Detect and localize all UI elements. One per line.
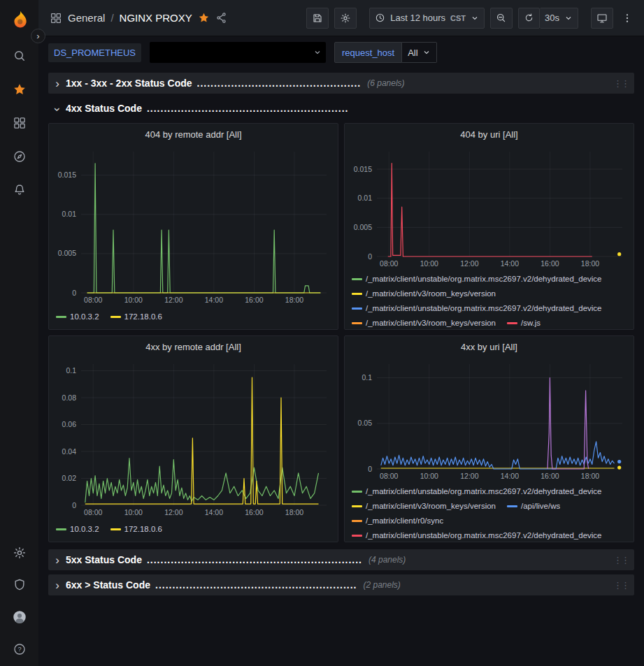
row-5xx-status-code[interactable]: › 5xx Status Code ......................… [48, 549, 634, 570]
legend-item[interactable]: /_matrix/client/unstable/org.matrix.msc2… [352, 301, 602, 316]
legend-swatch [352, 307, 362, 310]
row-4xx-status-code[interactable]: › 4xx Status Code ......................… [48, 98, 634, 119]
sidebar-expand-button[interactable]: › [31, 29, 45, 43]
time-range-label: Last 12 hours [390, 13, 445, 23]
legend-item[interactable]: 10.0.3.2 [56, 521, 99, 537]
sidebar-item-alerting[interactable] [13, 183, 27, 197]
svg-text:14:00: 14:00 [205, 296, 223, 304]
legend-swatch [352, 278, 362, 280]
legend-label: 172.18.0.6 [124, 522, 162, 537]
shield-icon [13, 578, 27, 592]
row-drag-handle[interactable]: ⋮⋮ [613, 580, 629, 591]
legend-swatch [56, 528, 66, 530]
legend-item[interactable]: 10.0.3.2 [56, 308, 99, 325]
dashboard-title[interactable]: NGINX PROXY [120, 12, 192, 24]
sidebar-item-help[interactable]: ? [13, 642, 27, 656]
row-panel-count: (6 panels) [367, 78, 404, 88]
legend-item[interactable]: /_matrix/client/unstable/org.matrix.msc2… [352, 484, 602, 499]
legend-label: /_matrix/client/v3/room_keys/version [366, 316, 496, 329]
panel-title[interactable]: 404 by remote addr [All] [49, 124, 338, 145]
legend-swatch [507, 322, 517, 324]
share-icon[interactable] [215, 12, 227, 24]
legend-item[interactable]: /_matrix/client/r0/sync [352, 514, 443, 528]
help-icon: ? [13, 642, 27, 656]
timeseries-chart-404-uri[interactable]: 00.0050.010.01508:0010:0012:0014:0016:00… [345, 145, 634, 270]
zoom-out-button[interactable] [490, 8, 513, 29]
variable-ds-prometheus-label[interactable]: DS_PROMETHEUS [48, 43, 141, 62]
svg-text:08:00: 08:00 [380, 472, 398, 480]
bell-icon [13, 183, 27, 197]
panel-title[interactable]: 4xx by remote addr [All] [49, 336, 338, 357]
timeseries-chart-4xx-remote-addr[interactable]: 00.020.040.060.080.108:0010:0012:0014:00… [49, 357, 338, 519]
svg-text:14:00: 14:00 [205, 508, 223, 516]
more-options-button[interactable] [619, 8, 636, 29]
row-drag-handle[interactable]: ⋮⋮ [613, 78, 629, 89]
timeseries-chart-404-remote-addr[interactable]: 00.0050.010.01508:0010:0012:0014:0016:00… [49, 145, 338, 307]
chart-legend: 10.0.3.2172.18.0.6 [49, 519, 338, 537]
row-title: 6xx > Status Code [66, 579, 150, 591]
time-range-picker[interactable]: Last 12 hours CST [369, 8, 485, 29]
svg-text:0.015: 0.015 [354, 165, 372, 173]
svg-text:0: 0 [72, 501, 76, 509]
zoom-out-icon [496, 13, 507, 24]
sidebar-top-group [13, 49, 27, 197]
row-6xx-status-code[interactable]: › 6xx > Status Code ....................… [48, 574, 634, 595]
request-host-value: All [408, 48, 417, 58]
row-drag-handle[interactable]: ⋮⋮ [613, 555, 629, 565]
breadcrumb-section[interactable]: General [68, 12, 105, 24]
svg-text:16:00: 16:00 [245, 508, 263, 516]
svg-text:0.02: 0.02 [62, 474, 77, 482]
sidebar-item-search[interactable] [13, 49, 27, 63]
legend-item[interactable]: /sw.js [507, 316, 541, 329]
row-title: 1xx - 3xx - 2xx Status Code [66, 78, 192, 89]
svg-text:18:00: 18:00 [285, 508, 303, 516]
svg-text:0.08: 0.08 [62, 393, 77, 402]
svg-text:16:00: 16:00 [245, 296, 263, 304]
svg-text:12:00: 12:00 [164, 296, 183, 304]
sidebar-item-explore[interactable] [13, 150, 27, 164]
legend-label: /_matrix/client/v3/room_keys/version [366, 499, 496, 514]
save-dashboard-button[interactable] [306, 8, 329, 29]
star-icon [13, 82, 27, 96]
dashboard-settings-button[interactable] [334, 8, 357, 29]
sidebar-item-starred[interactable] [13, 82, 27, 96]
row-1xx-3xx-2xx-status-code[interactable]: › 1xx - 3xx - 2xx Status Code ..........… [48, 73, 634, 94]
legend-item[interactable]: /_matrix/client/unstable/org.matrix.msc2… [352, 528, 602, 542]
sidebar-item-dashboards[interactable] [13, 116, 27, 130]
legend-item[interactable]: /_matrix/client/unstable/org.matrix.msc2… [352, 272, 602, 287]
svg-text:16:00: 16:00 [541, 259, 559, 268]
request-host-label[interactable]: request_host [334, 42, 402, 63]
row-title-dots: ........................................… [147, 554, 362, 565]
timeseries-chart-4xx-uri[interactable]: 00.050.108:0010:0012:0014:0016:0018:00 [345, 357, 634, 483]
legend-swatch [110, 528, 121, 530]
chevron-down-icon: › [52, 106, 64, 113]
favorite-star-icon[interactable] [198, 12, 210, 24]
legend-item[interactable]: /_matrix/client/v3/room_keys/version [352, 316, 496, 329]
legend-item[interactable]: 172.18.0.6 [110, 308, 162, 325]
sidebar-item-server-admin[interactable] [13, 578, 27, 592]
panel-title[interactable]: 404 by uri [All] [345, 124, 634, 145]
svg-text:0.06: 0.06 [62, 420, 77, 428]
sidebar-item-configuration[interactable] [13, 546, 27, 560]
legend-item[interactable]: /api/live/ws [507, 499, 560, 514]
svg-text:10:00: 10:00 [420, 259, 438, 268]
request-host-value-dropdown[interactable]: All [402, 42, 436, 63]
row-title: 4xx Status Code [66, 103, 142, 114]
grafana-logo[interactable] [8, 8, 31, 31]
sidebar-item-profile[interactable] [13, 610, 27, 624]
legend-item[interactable]: /_matrix/client/v3/room_keys/version [352, 499, 496, 514]
refresh-interval-dropdown[interactable]: 30s [540, 8, 578, 29]
refresh-button[interactable] [518, 8, 540, 29]
legend-item[interactable]: 172.18.0.6 [110, 521, 162, 537]
dashboard-body: › 1xx - 3xx - 2xx Status Code ..........… [38, 68, 644, 666]
cycle-view-mode-button[interactable] [591, 8, 613, 29]
svg-text:16:00: 16:00 [541, 472, 559, 480]
legend-label: /sw.js [521, 316, 541, 329]
svg-text:18:00: 18:00 [285, 296, 303, 304]
legend-item[interactable]: /_matrix/client/v3/room_keys/version [352, 287, 496, 301]
panel-title[interactable]: 4xx by uri [All] [345, 336, 634, 357]
datasource-select[interactable] [150, 42, 326, 63]
svg-text:0.015: 0.015 [58, 171, 76, 179]
gear-icon [340, 13, 351, 24]
legend-swatch [352, 293, 362, 295]
